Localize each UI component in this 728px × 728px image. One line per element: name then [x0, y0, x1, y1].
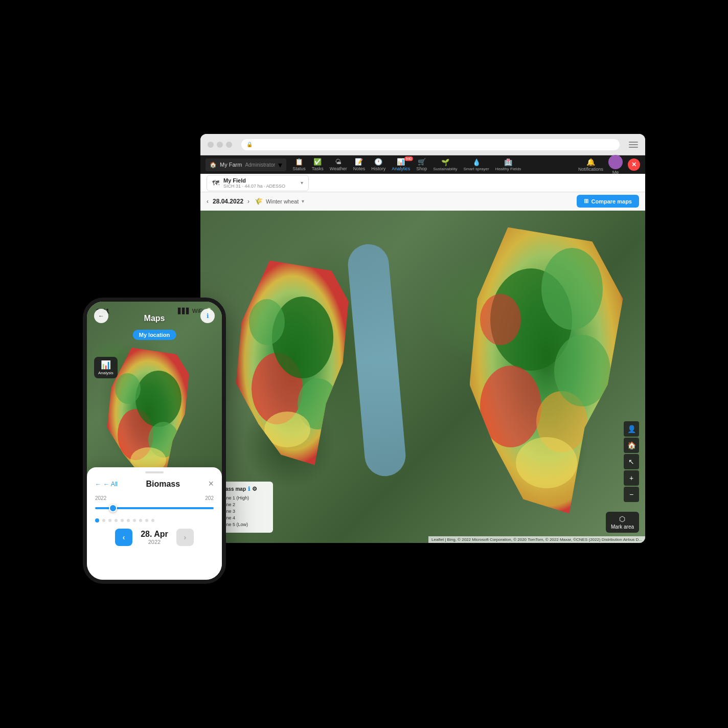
field-bar: 🗺 My Field SICH 31 · 44.07 ha · ADESSO ▾: [200, 174, 645, 192]
nav-item-analytics[interactable]: 📊 Analytics 940: [392, 158, 410, 171]
nav-label-shop: Shop: [416, 166, 427, 171]
date-prev-button[interactable]: ‹: [115, 529, 132, 546]
nav-item-history[interactable]: 🕐 History: [371, 158, 385, 171]
back-arrow-icon: ←: [98, 312, 104, 320]
zoom-out-button[interactable]: −: [624, 487, 639, 502]
svg-point-8: [541, 248, 603, 330]
panel-back-all-button[interactable]: ← ← All: [95, 481, 118, 488]
farm-name: My Farm: [220, 162, 242, 168]
weather-icon: 🌤: [335, 158, 342, 166]
timeline-dot-3[interactable]: [115, 519, 118, 522]
crop-chevron-icon: ▾: [302, 198, 304, 204]
person-icon[interactable]: 👤: [624, 421, 639, 437]
notifications-label: Notifications: [578, 167, 603, 172]
timeline-dot-6[interactable]: [133, 519, 136, 522]
field-chevron-icon: ▾: [301, 180, 303, 186]
phone-map[interactable]: ← Maps ℹ My location 📊 Analysis: [87, 302, 222, 486]
date-prev-button[interactable]: ‹: [207, 198, 209, 205]
map-area[interactable]: 👤 🏠 ↖ + − ⬡ Mark area Biomass map ℹ: [200, 211, 645, 543]
panel-close-button[interactable]: ×: [208, 479, 214, 489]
maximize-dot[interactable]: [226, 142, 232, 148]
mark-area-button[interactable]: ⬡ Mark area: [606, 512, 639, 533]
nav-item-sustainability[interactable]: 🌱 Sustainability: [433, 158, 457, 171]
slider-track: [95, 507, 214, 509]
date-navigation: ‹ 28.04.2022 ›: [207, 198, 249, 205]
url-bar[interactable]: 🔒: [241, 139, 620, 150]
nav-item-shop[interactable]: 🛒 Shop: [416, 158, 427, 171]
shop-icon: 🛒: [418, 158, 426, 166]
nav-item-healthy-fields[interactable]: 🏥 Healthy Fields: [495, 158, 521, 171]
field-name: My Field: [223, 177, 297, 184]
browser-chrome: 🔒: [200, 134, 645, 155]
svg-point-11: [480, 294, 521, 345]
timeline-dot-4[interactable]: [121, 519, 124, 522]
profile-avatar: [608, 155, 623, 169]
lock-icon: 🔒: [246, 142, 253, 147]
svg-point-13: [516, 437, 577, 488]
phone-back-button[interactable]: ←: [94, 309, 108, 323]
compare-maps-button[interactable]: ⊞ Compare maps: [577, 195, 639, 208]
svg-point-18: [115, 373, 141, 404]
minimize-dot[interactable]: [217, 142, 223, 148]
nav-label-notes: Notes: [353, 166, 366, 171]
analysis-button[interactable]: 📊 Analysis: [94, 357, 118, 378]
back-all-arrow-icon: ←: [95, 481, 101, 488]
info-circle-icon: ℹ: [207, 312, 209, 320]
timeline-dot-7[interactable]: [139, 519, 142, 522]
timeline-dot-5[interactable]: [127, 519, 130, 522]
nav-item-smart-sprayer[interactable]: 💧 Smart sprayer: [463, 158, 489, 171]
nav-left: 🏠 My Farm Administrator ▾ 📋 Status ✅ Tas…: [206, 158, 521, 171]
slider-thumb[interactable]: [109, 504, 117, 512]
me-button[interactable]: Me: [608, 155, 623, 175]
panel-drag-handle[interactable]: [145, 471, 164, 473]
legend-settings-icon[interactable]: ⚙: [252, 486, 257, 492]
nav-item-tasks[interactable]: ✅ Tasks: [312, 158, 324, 171]
phone-bottom-panel: ← ← All Biomass × 2022 202: [87, 467, 222, 580]
compare-icon: ⊞: [584, 198, 588, 204]
timeline-dot-active[interactable]: [95, 518, 99, 522]
my-location-badge[interactable]: My location: [133, 330, 176, 340]
smart-sprayer-icon: 💧: [472, 158, 481, 166]
panel-title: Biomass: [146, 480, 180, 489]
timeline-dot-8[interactable]: [145, 519, 148, 522]
phone-info-button[interactable]: ℹ: [200, 309, 215, 323]
menu-button[interactable]: [629, 142, 638, 148]
timeline-slider[interactable]: [95, 503, 214, 513]
next-arrow-icon: ›: [184, 533, 186, 541]
history-icon: 🕐: [374, 158, 382, 166]
nav-item-status[interactable]: 📋 Status: [292, 158, 306, 171]
map-attribution: Leaflet | Bing, © 2022 Microsoft Corpora…: [428, 536, 645, 543]
nav-label-status: Status: [292, 166, 306, 171]
nav-label-analytics: Analytics: [392, 166, 410, 171]
crop-selector[interactable]: 🌾 Winter wheat ▾: [255, 197, 304, 205]
status-icon: 📋: [295, 158, 303, 166]
year-end: 202: [205, 495, 214, 501]
zoom-in-button[interactable]: +: [624, 470, 639, 486]
farm-selector[interactable]: 🏠 My Farm Administrator ▾: [206, 158, 286, 171]
timeline-dot-1[interactable]: [102, 519, 105, 522]
field-selector[interactable]: 🗺 My Field SICH 31 · 44.07 ha · ADESSO ▾: [207, 175, 309, 191]
nav-item-weather[interactable]: 🌤 Weather: [330, 158, 347, 171]
svg-point-4: [249, 299, 285, 345]
timeline-dot-9[interactable]: [151, 519, 154, 522]
date-bar: ‹ 28.04.2022 › 🌾 Winter wheat ▾ ⊞ Compar…: [200, 192, 645, 211]
close-dot[interactable]: [208, 142, 214, 148]
prev-arrow-icon: ‹: [123, 533, 125, 541]
notifications-button[interactable]: 🔔 Notifications: [578, 158, 603, 172]
nav-label-weather: Weather: [330, 166, 347, 171]
analysis-label: Analysis: [98, 371, 113, 375]
date-year-text: 2022: [141, 539, 168, 545]
timeline-dot-2[interactable]: [108, 519, 111, 522]
date-next-button[interactable]: ›: [176, 529, 194, 546]
field-details: SICH 31 · 44.07 ha · ADESSO: [223, 184, 297, 189]
close-button[interactable]: ✕: [628, 158, 640, 171]
analytics-badge: 940: [404, 156, 414, 161]
nav-item-notes[interactable]: 📝 Notes: [353, 158, 366, 171]
polygon-icon: ⬡: [619, 515, 625, 523]
timeline-years: 2022 202: [95, 495, 214, 501]
mark-area-label: Mark area: [611, 524, 634, 530]
app-navbar: 🏠 My Farm Administrator ▾ 📋 Status ✅ Tas…: [200, 155, 645, 174]
date-next-button[interactable]: ›: [247, 198, 249, 205]
home-icon[interactable]: 🏠: [624, 438, 639, 453]
cursor-icon[interactable]: ↖: [624, 454, 639, 469]
